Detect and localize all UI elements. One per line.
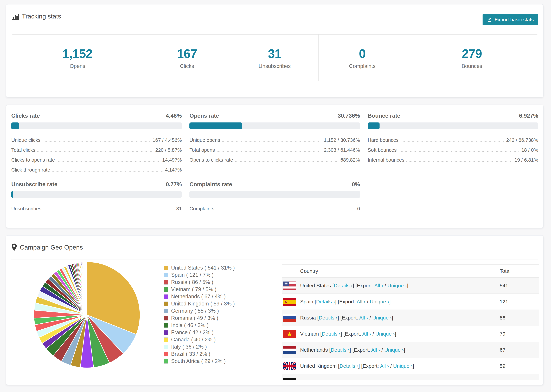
details-link[interactable]: Details › xyxy=(322,331,340,336)
geo-title: Campaign Geo Opens xyxy=(20,244,83,251)
dotted-leader xyxy=(57,161,160,162)
rate-stat-value: 167 / 4.456% xyxy=(152,138,182,143)
legend-swatch xyxy=(164,352,168,357)
dotted-leader xyxy=(222,141,322,142)
dotted-leader xyxy=(52,171,163,172)
rate-stat-value: 1,152 / 30.736% xyxy=(324,138,360,143)
rate-title: Unsubscribe rate xyxy=(11,181,57,188)
details-link[interactable]: Details › xyxy=(316,299,335,304)
total-cell: 55 xyxy=(500,379,539,380)
stat-box-unsubscribes: 31Unsubscribes xyxy=(231,35,318,81)
bar-chart-icon xyxy=(11,13,19,20)
flag-icon-ru xyxy=(283,314,296,322)
legend-label: Germany ( 55 / 3% ) xyxy=(171,308,219,314)
rate-stat-line: Unique opens1,152 / 30.736% xyxy=(190,133,360,143)
legend-item: United Kingdom ( 59 / 3% ) xyxy=(164,300,235,307)
export-all-link[interactable]: All › xyxy=(371,347,380,353)
export-unique-link[interactable]: Unique › xyxy=(393,363,413,369)
legend-item: India ( 46 / 3% ) xyxy=(164,322,235,329)
details-link[interactable]: Details › xyxy=(331,347,349,353)
details-link[interactable]: Details › xyxy=(334,283,353,288)
dotted-leader xyxy=(406,161,512,162)
rate-stat-label: Unique opens xyxy=(190,138,220,143)
stat-box-clicks: 167Clicks xyxy=(143,35,231,81)
country-cell: Vietnam [Details ›] [Export: All › / Uni… xyxy=(300,331,396,337)
export-unique-link[interactable]: Unique › xyxy=(370,299,389,304)
legend-label: United States ( 541 / 31% ) xyxy=(171,265,235,271)
rate-stat-value: 0 xyxy=(357,206,360,211)
export-all-link[interactable]: All › xyxy=(365,379,374,380)
legend-swatch xyxy=(164,316,168,321)
rate-stat-value: 19 / 6.81% xyxy=(514,157,538,163)
flag-icon-vn xyxy=(283,330,296,338)
flag-icon-us xyxy=(283,281,296,290)
details-link[interactable]: Details › xyxy=(324,379,343,380)
rate-stat-value: 4.147% xyxy=(165,167,182,173)
export-basic-stats-button[interactable]: Export basic stats xyxy=(483,14,538,25)
details-link[interactable]: Details › xyxy=(319,315,338,321)
rate-block-bounce-rate: Bounce rate6.927%Hard bounces242 / 86.73… xyxy=(368,112,538,173)
rate-block-unsubscribe-rate: Unsubscribe rate0.77%Unsubscribes31 xyxy=(11,181,182,211)
rate-stat-label: Hard bounces xyxy=(368,138,399,143)
campaign-geo-opens-card: Campaign Geo Opens United States ( 541 /… xyxy=(6,235,544,385)
stat-label: Complaints xyxy=(349,63,376,69)
rate-stat-line: Complaints0 xyxy=(190,202,360,211)
dotted-leader xyxy=(217,151,322,152)
table-row-nl: Netherlands [Details ›] [Export: All › /… xyxy=(282,342,539,358)
legend-item: Netherlands ( 67 / 4% ) xyxy=(164,293,235,300)
rate-stat-value: 220 / 5.87% xyxy=(155,147,182,153)
rate-stat-label: Total clicks xyxy=(11,147,35,153)
rate-title: Bounce rate xyxy=(368,112,400,119)
dotted-leader xyxy=(235,161,338,162)
rate-progress-bar xyxy=(368,122,538,129)
legend-swatch xyxy=(164,273,168,277)
table-row-de: Germany [Details ›] [Export: All › / Uni… xyxy=(282,374,539,380)
map-pin-icon xyxy=(11,243,17,252)
rate-stat-value: 242 / 86.738% xyxy=(506,138,538,143)
legend-label: Canada ( 40 / 2% ) xyxy=(171,336,216,343)
legend-item: Italy ( 36 / 2% ) xyxy=(164,343,235,350)
total-cell: 79 xyxy=(500,331,539,337)
legend-label: Vietnam ( 79 / 5% ) xyxy=(171,286,216,293)
legend-swatch xyxy=(164,294,168,299)
export-unique-link[interactable]: Unique › xyxy=(372,315,392,321)
country-cell: Netherlands [Details ›] [Export: All › /… xyxy=(300,347,405,353)
dotted-leader xyxy=(43,210,174,210)
rate-stat-line: Hard bounces242 / 86.738% xyxy=(368,133,538,143)
country-cell: United States [Details ›] [Export: All ›… xyxy=(300,283,408,288)
legend-label: Spain ( 121 / 7% ) xyxy=(171,272,213,278)
table-row-ru: Russia [Details ›] [Export: All › / Uniq… xyxy=(282,309,539,326)
legend-swatch xyxy=(164,266,168,270)
table-row-gb: United Kingdom [Details ›] [Export: All … xyxy=(282,358,539,374)
legend-item: Spain ( 121 / 7% ) xyxy=(164,271,235,279)
export-unique-link[interactable]: Unique › xyxy=(384,347,404,353)
export-unique-link[interactable]: Unique › xyxy=(387,283,407,288)
column-header-total: Total xyxy=(500,268,539,274)
rate-stat-line: Internal bounces19 / 6.81% xyxy=(368,153,538,163)
legend-label: Italy ( 36 / 2% ) xyxy=(171,344,207,350)
geo-card-header: Campaign Geo Opens xyxy=(11,236,538,259)
legend-label: India ( 46 / 3% ) xyxy=(171,322,209,328)
total-cell: 121 xyxy=(500,299,539,305)
export-all-link[interactable]: All › xyxy=(357,299,366,304)
legend-item: United States ( 541 / 31% ) xyxy=(164,264,235,271)
export-all-link[interactable]: All › xyxy=(359,315,368,321)
country-cell: Germany [Details ›] [Export: All › / Uni… xyxy=(300,379,399,380)
total-cell: 67 xyxy=(500,347,539,353)
legend-swatch xyxy=(164,280,168,285)
legend-item: Canada ( 40 / 2% ) xyxy=(164,336,235,343)
export-unique-link[interactable]: Unique › xyxy=(375,331,395,336)
export-unique-link[interactable]: Unique › xyxy=(378,379,397,380)
legend-item: Vietnam ( 79 / 5% ) xyxy=(164,286,235,293)
rate-stat-value: 31 xyxy=(176,206,182,211)
rate-value: 0.77% xyxy=(166,181,182,188)
export-all-link[interactable]: All › xyxy=(362,331,371,336)
export-all-link[interactable]: All › xyxy=(380,363,389,369)
export-all-link[interactable]: All › xyxy=(374,283,383,288)
dotted-leader xyxy=(37,151,153,152)
rate-stat-value: 689.82% xyxy=(340,157,360,163)
rate-stat-label: Opens to clicks rate xyxy=(190,157,233,163)
legend-label: South Africa ( 29 / 2% ) xyxy=(171,358,226,364)
details-link[interactable]: Details › xyxy=(339,363,358,369)
rate-progress-bar xyxy=(190,122,360,129)
